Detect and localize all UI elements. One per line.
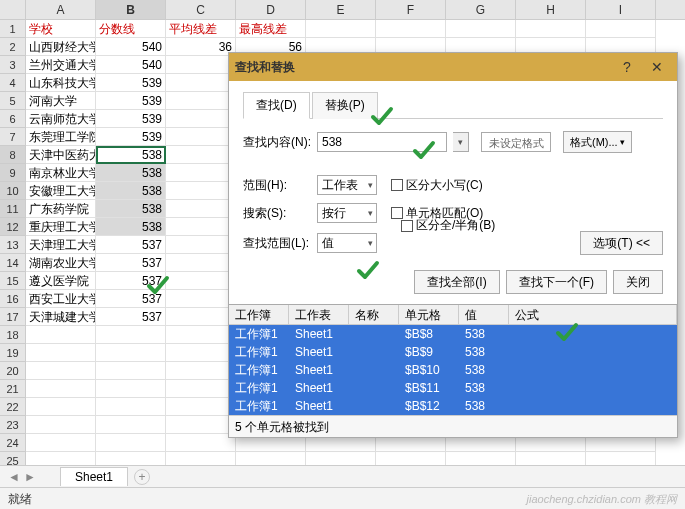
cell[interactable] [166, 344, 236, 362]
cell[interactable]: 山西财经大学 [26, 38, 96, 56]
sheet-tab-sheet1[interactable]: Sheet1 [60, 467, 128, 486]
cell[interactable]: 539 [96, 128, 166, 146]
add-sheet-button[interactable]: + [134, 469, 150, 485]
cell[interactable] [166, 290, 236, 308]
row-header[interactable]: 18 [0, 326, 26, 344]
cell[interactable]: 538 [96, 164, 166, 182]
tab-find[interactable]: 查找(D) [243, 92, 310, 119]
cell[interactable]: 重庆理工大学 [26, 218, 96, 236]
sheet-nav[interactable]: ◄ ► [0, 470, 60, 484]
cell[interactable] [166, 362, 236, 380]
row-header[interactable]: 20 [0, 362, 26, 380]
cell[interactable] [166, 110, 236, 128]
cell[interactable] [306, 20, 376, 38]
cell[interactable] [166, 200, 236, 218]
row-header[interactable]: 19 [0, 344, 26, 362]
result-row[interactable]: 工作簿1Sheet1$B$8538 [229, 325, 677, 343]
cell[interactable]: 539 [96, 110, 166, 128]
checkbox-match-case[interactable]: 区分大小写(C) [391, 177, 483, 194]
cell[interactable]: 广东药学院 [26, 200, 96, 218]
cell[interactable] [96, 398, 166, 416]
col-formula[interactable]: 公式 [509, 305, 677, 324]
cell[interactable]: 山东科技大学 [26, 74, 96, 92]
cell[interactable] [96, 326, 166, 344]
column-header-E[interactable]: E [306, 0, 376, 19]
result-row[interactable]: 工作簿1Sheet1$B$9538 [229, 343, 677, 361]
col-cell[interactable]: 单元格 [399, 305, 459, 324]
cell[interactable] [96, 344, 166, 362]
cell[interactable]: 36 [166, 38, 236, 56]
select-all-corner[interactable] [0, 0, 26, 19]
cell[interactable] [26, 326, 96, 344]
cell[interactable]: 537 [96, 236, 166, 254]
cell[interactable]: 云南师范大学 [26, 110, 96, 128]
cell[interactable] [166, 308, 236, 326]
cell[interactable]: 537 [96, 308, 166, 326]
cell[interactable] [586, 20, 656, 38]
cell[interactable] [166, 92, 236, 110]
cell[interactable]: 兰州交通大学 [26, 56, 96, 74]
cell[interactable]: 537 [96, 254, 166, 272]
dialog-titlebar[interactable]: 查找和替换 ? ✕ [229, 53, 677, 81]
cell[interactable]: 最高线差 [236, 20, 306, 38]
column-header-C[interactable]: C [166, 0, 236, 19]
cell[interactable]: 537 [96, 272, 166, 290]
cell[interactable] [166, 434, 236, 452]
cell[interactable]: 天津中医药大学 [26, 146, 96, 164]
tab-replace[interactable]: 替换(P) [312, 92, 378, 119]
row-header[interactable]: 2 [0, 38, 26, 56]
lookin-combo[interactable]: 值 [317, 233, 377, 253]
cell[interactable] [166, 326, 236, 344]
cell[interactable] [166, 146, 236, 164]
row-header[interactable]: 22 [0, 398, 26, 416]
cell[interactable] [26, 398, 96, 416]
cell[interactable] [166, 398, 236, 416]
find-history-dropdown[interactable]: ▾ [453, 132, 469, 152]
cell[interactable]: 天津城建大学 [26, 308, 96, 326]
cell[interactable] [166, 182, 236, 200]
row-header[interactable]: 8 [0, 146, 26, 164]
row-header[interactable]: 24 [0, 434, 26, 452]
cell[interactable]: 538 [96, 146, 166, 164]
cell[interactable] [26, 416, 96, 434]
row-header[interactable]: 14 [0, 254, 26, 272]
cell[interactable]: 540 [96, 38, 166, 56]
cell[interactable] [96, 362, 166, 380]
cell[interactable]: 西安工业大学 [26, 290, 96, 308]
row-header[interactable]: 17 [0, 308, 26, 326]
chevron-right-icon[interactable]: ► [24, 470, 36, 484]
cell[interactable]: 539 [96, 74, 166, 92]
cell[interactable] [376, 20, 446, 38]
cell[interactable] [26, 434, 96, 452]
cell[interactable] [166, 380, 236, 398]
row-header[interactable]: 7 [0, 128, 26, 146]
cell[interactable]: 安徽理工大学 [26, 182, 96, 200]
col-value[interactable]: 值 [459, 305, 509, 324]
results-header[interactable]: 工作簿 工作表 名称 单元格 值 公式 [229, 305, 677, 325]
cell[interactable] [166, 272, 236, 290]
result-row[interactable]: 工作簿1Sheet1$B$10538 [229, 361, 677, 379]
column-header-H[interactable]: H [516, 0, 586, 19]
cell[interactable] [516, 20, 586, 38]
cell[interactable]: 538 [96, 182, 166, 200]
cell[interactable] [96, 380, 166, 398]
help-button[interactable]: ? [613, 57, 641, 77]
close-icon[interactable]: ✕ [643, 57, 671, 77]
column-header-I[interactable]: I [586, 0, 656, 19]
cell[interactable]: 537 [96, 290, 166, 308]
find-next-button[interactable]: 查找下一个(F) [506, 270, 607, 294]
row-header[interactable]: 23 [0, 416, 26, 434]
search-combo[interactable]: 按行 [317, 203, 377, 223]
find-all-button[interactable]: 查找全部(I) [414, 270, 499, 294]
row-header[interactable]: 15 [0, 272, 26, 290]
find-input[interactable] [317, 132, 447, 152]
cell[interactable]: 538 [96, 218, 166, 236]
cell[interactable] [26, 362, 96, 380]
column-header-D[interactable]: D [236, 0, 306, 19]
row-header[interactable]: 4 [0, 74, 26, 92]
cell[interactable]: 分数线 [96, 20, 166, 38]
cell[interactable]: 东莞理工学院 [26, 128, 96, 146]
cell[interactable]: 遵义医学院 [26, 272, 96, 290]
cell[interactable] [26, 380, 96, 398]
col-workbook[interactable]: 工作簿 [229, 305, 289, 324]
